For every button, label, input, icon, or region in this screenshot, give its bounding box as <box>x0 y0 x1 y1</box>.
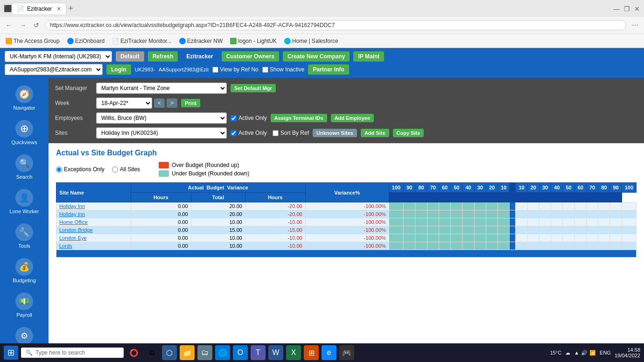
center-divider-cell <box>510 218 516 226</box>
add-site-button[interactable]: Add Site <box>361 129 389 137</box>
site-name-cell[interactable]: Holiday Inn <box>56 210 131 218</box>
customer-owners-button[interactable]: Customer Owners <box>222 51 279 62</box>
browser-tab[interactable]: 📄 Ezitracker ✕ <box>12 3 66 14</box>
col-100-right: 100 <box>622 183 636 193</box>
bookmark-ezitracker-monitor[interactable]: 📄 EziTracker Monitor... <box>110 37 174 45</box>
view-by-ref-checkbox-label[interactable]: View by Ref No <box>212 66 258 73</box>
sidebar-item-navigator[interactable]: 🧭 Navigator <box>9 83 39 113</box>
refresh-button[interactable]: Refresh <box>148 51 178 62</box>
bookmark-ezinonboard[interactable]: EziOnboard <box>65 37 106 45</box>
active-only-site-checkbox[interactable] <box>231 130 237 136</box>
sort-by-ref-label[interactable]: Sort By Ref <box>273 130 309 136</box>
taskbar-cortana[interactable]: ⭕ <box>126 345 141 360</box>
sidebar-item-lone-worker[interactable]: 👤 Lone Worker <box>6 186 43 217</box>
sidebar: 🧭 Navigator ⊕ Quickviews 🔍 Search 👤 Lone… <box>0 78 49 349</box>
manager-select[interactable]: Martyn Kurrant - Time Zone <box>96 83 227 94</box>
budget-total-cell: 10.00 <box>191 234 245 242</box>
assign-terminal-button[interactable]: Assign Terminal IDs <box>271 114 327 122</box>
sidebar-item-payroll[interactable]: 💵 Payroll <box>12 290 37 320</box>
close-button[interactable]: ✕ <box>634 5 640 12</box>
taskbar-outlook[interactable]: O <box>233 345 248 360</box>
taskbar-task-view[interactable]: ⧉ <box>144 345 159 360</box>
sidebar-item-quickviews[interactable]: ⊕ Quickviews <box>7 117 41 148</box>
bar-cell-left <box>389 218 403 226</box>
week-select[interactable]: 18-Apr-22* <box>96 97 152 109</box>
actual-hours-cell: 0.00 <box>131 210 191 218</box>
set-default-mgr-button[interactable]: Set Default Mgr <box>231 84 276 92</box>
maximize-button[interactable]: ❐ <box>623 5 630 12</box>
radio-exceptions-label[interactable]: Exceptions Only <box>56 166 105 173</box>
employees-label: Employees <box>55 115 92 121</box>
taskbar-edge[interactable]: 🌐 <box>215 345 230 360</box>
next-week-button[interactable]: > <box>167 98 177 108</box>
active-only-site-label[interactable]: Active Only <box>231 130 267 136</box>
url-input[interactable]: https://www.ezitracker.co.uk/view/actual… <box>45 20 626 30</box>
col-80-left: 80 <box>415 183 427 193</box>
bar-cell-left <box>451 210 462 218</box>
radio-exceptions[interactable] <box>56 167 62 173</box>
bar-cell-left <box>462 242 474 250</box>
taskbar-office[interactable]: ⊞ <box>304 345 319 360</box>
print-button[interactable]: Print <box>181 99 200 107</box>
refresh-button[interactable]: ↺ <box>32 21 41 30</box>
close-tab-icon[interactable]: ✕ <box>56 6 61 12</box>
create-company-button[interactable]: Create New Company <box>283 51 350 62</box>
add-employee-button[interactable]: Add Employee <box>331 114 374 122</box>
taskbar-game[interactable]: 🎮 <box>339 345 354 360</box>
bookmark-ezitracker-nw[interactable]: Ezitracker NW <box>177 37 225 45</box>
site-name-cell[interactable]: Holiday Inn <box>56 202 131 210</box>
radio-all-sites-label[interactable]: All Sites <box>112 166 140 173</box>
bar-cell-right <box>574 234 586 242</box>
bar-cell-left <box>427 234 439 242</box>
taskbar-search-box[interactable]: 🔍 Type here to search <box>21 348 124 358</box>
new-tab-icon[interactable]: + <box>68 4 73 14</box>
ip-maint-button[interactable]: IP Maint <box>353 51 384 62</box>
forward-button[interactable]: → <box>18 21 28 30</box>
bar-cell-left <box>427 226 439 234</box>
taskbar-excel[interactable]: X <box>286 345 301 360</box>
start-button[interactable]: ⊞ <box>4 346 18 360</box>
login-button[interactable]: Login <box>106 64 131 75</box>
bar-cell-left <box>451 242 462 250</box>
site-name-cell[interactable]: Home Office <box>56 218 131 226</box>
radio-all-sites[interactable] <box>112 167 118 173</box>
site-name-cell[interactable]: London Bridge <box>56 226 131 234</box>
copy-site-button[interactable]: Copy Site <box>393 129 424 137</box>
active-only-emp-label[interactable]: Active Only <box>231 115 267 121</box>
active-only-emp-checkbox[interactable] <box>231 115 237 121</box>
view-by-ref-checkbox[interactable] <box>212 67 218 73</box>
bar-cell-right <box>574 202 586 210</box>
sidebar-item-tools[interactable]: 🔧 Tools <box>12 221 37 251</box>
partner-info-button[interactable]: Partner Info <box>308 64 349 75</box>
taskbar-folder[interactable]: 📁 <box>180 345 195 360</box>
taskbar-cube[interactable]: ⬡ <box>162 345 177 360</box>
tab-title: Ezitracker <box>27 6 52 12</box>
prev-week-button[interactable]: < <box>154 98 165 108</box>
site-name-cell[interactable]: Lords <box>56 242 131 250</box>
bookmark-access-group[interactable]: The Access Group <box>4 37 62 45</box>
unknown-sites-button[interactable]: Unknown Sites <box>313 129 357 137</box>
default-button[interactable]: Default <box>116 51 144 62</box>
taskbar-word[interactable]: W <box>268 345 283 360</box>
bar-cell-right <box>551 242 563 250</box>
show-inactive-checkbox-label[interactable]: Show Inactive <box>262 66 305 73</box>
minimize-button[interactable]: — <box>613 5 620 12</box>
settings-icon[interactable]: ⋯ <box>630 21 640 30</box>
site-select[interactable]: Holiday Inn (UK00234) <box>96 127 227 139</box>
budget-total-cell: 20.00 <box>191 210 245 218</box>
site-name-cell[interactable]: London Eye <box>56 234 131 242</box>
company-dropdown[interactable]: UK-Martyn K FM (Internal) (UK2983) <box>5 51 112 62</box>
taskbar-teams[interactable]: T <box>251 345 266 360</box>
taskbar-edge2[interactable]: e <box>322 345 336 360</box>
email-dropdown[interactable]: AASupport2983@Ezitracker.com <box>5 64 103 75</box>
taskbar-files[interactable]: 🗂 <box>197 345 212 360</box>
sidebar-item-budgeting[interactable]: 💰 Budgeting <box>9 255 40 286</box>
bookmark-salesforce[interactable]: Home | Salesforce <box>282 37 340 45</box>
bookmark-logon-lightuk[interactable]: logon - LightUK <box>228 37 279 45</box>
sort-by-ref-checkbox[interactable] <box>273 130 279 136</box>
employee-select[interactable]: Willis, Bruce (BW) <box>96 112 227 124</box>
back-button[interactable]: ← <box>4 21 14 30</box>
sidebar-item-search[interactable]: 🔍 Search <box>12 152 37 182</box>
show-inactive-checkbox[interactable] <box>262 67 268 73</box>
bar-cell-right <box>610 234 622 242</box>
